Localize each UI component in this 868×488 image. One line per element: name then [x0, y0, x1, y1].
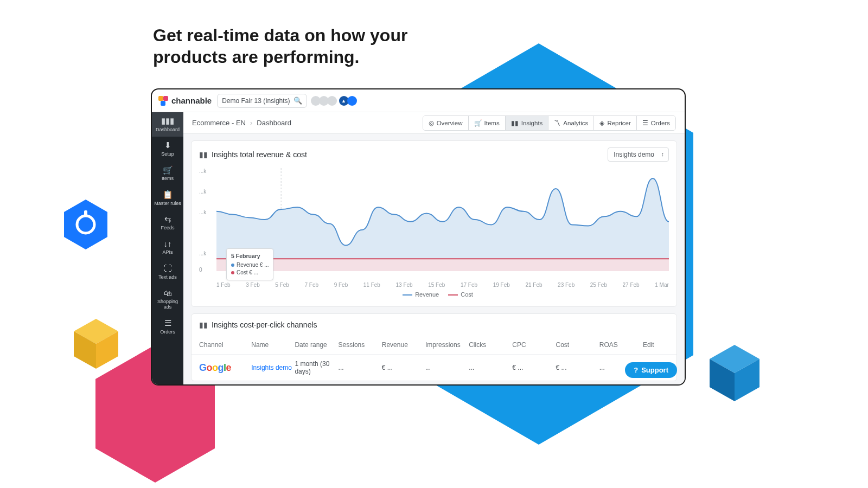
- bag-icon: 🛍: [164, 289, 172, 298]
- tab-repricer[interactable]: ◈Repricer: [594, 116, 636, 130]
- th-roas: ROAS: [599, 341, 643, 349]
- eye-icon: ◎: [429, 119, 434, 127]
- clipboard-icon: 📋: [163, 190, 173, 200]
- tab-label: Items: [484, 120, 500, 126]
- brand-logo[interactable]: channable: [158, 96, 212, 106]
- tab-analytics[interactable]: 〽Analytics: [548, 116, 594, 130]
- cell-revenue: € ...: [382, 364, 425, 371]
- y-tick: ...k: [199, 209, 206, 215]
- download-icon: ⬇: [164, 141, 171, 150]
- app-header: channable Demo Fair 13 (Insights) 🔍 ▲: [152, 89, 685, 112]
- brand-name: channable: [171, 96, 212, 105]
- x-tick: 23 Feb: [558, 282, 575, 288]
- dot-icon: [231, 271, 234, 274]
- chart-tooltip: 5 February Revenue € ... Cost € ...: [226, 248, 273, 280]
- cell-cost: € ...: [556, 364, 599, 371]
- tag-icon: ◈: [599, 119, 604, 127]
- frame-icon: ⛶: [164, 264, 172, 273]
- cell-clicks: ...: [469, 364, 512, 371]
- x-tick: 7 Feb: [304, 282, 318, 288]
- y-tick: ...k: [199, 251, 206, 256]
- tab-label: Orders: [651, 120, 670, 126]
- x-tick: 3 Feb: [246, 282, 260, 288]
- th-channel: Channel: [199, 341, 251, 349]
- tab-row: ◎Overview 🛒Items ▮▮Insights 〽Analytics ◈…: [423, 115, 676, 131]
- table-header-row: Channel Name Date range Sessions Revenue…: [192, 336, 676, 354]
- y-tick: ...k: [199, 189, 206, 195]
- tooltip-line: Cost € ...: [237, 269, 258, 275]
- google-logo-icon: Google: [199, 362, 231, 373]
- legend-label: Revenue: [415, 291, 439, 298]
- selector-value: Insights demo: [614, 151, 654, 158]
- x-tick: 13 Feb: [396, 282, 413, 288]
- sidebar-item-orders[interactable]: ☰Orders: [152, 314, 183, 339]
- dataset-selector[interactable]: Insights demo: [608, 147, 669, 162]
- svg-rect-2: [84, 210, 87, 216]
- y-tick: 0: [199, 267, 202, 273]
- app-window: channable Demo Fair 13 (Insights) 🔍 ▲ ▮▮…: [151, 88, 686, 386]
- th-cost: Cost: [556, 341, 599, 349]
- cell-name[interactable]: Insights demo: [251, 364, 295, 371]
- x-tick: 25 Feb: [590, 282, 607, 288]
- x-tick: 1 Mar: [655, 282, 669, 288]
- sidebar-item-dashboard[interactable]: ▮▮▮Dashboard: [152, 112, 183, 137]
- tab-insights[interactable]: ▮▮Insights: [506, 116, 549, 130]
- tab-overview[interactable]: ◎Overview: [423, 116, 469, 130]
- cell-range: 1 month (30 days): [295, 360, 338, 375]
- avatar[interactable]: [327, 96, 337, 106]
- sidebar-item-label: Shopping ads: [153, 299, 182, 310]
- x-tick: 19 Feb: [493, 282, 510, 288]
- th-daterange: Date range: [295, 341, 338, 349]
- x-tick: 15 Feb: [428, 282, 445, 288]
- sidebar-item-label: Feeds: [161, 226, 174, 231]
- sidebar-item-shopping-ads[interactable]: 🛍Shopping ads: [152, 285, 183, 314]
- th-revenue: Revenue: [382, 341, 425, 349]
- page-heading: Get real-time data on how your products …: [153, 24, 407, 68]
- tab-label: Repricer: [607, 120, 630, 126]
- search-icon: 🔍: [293, 97, 302, 105]
- breadcrumb-item[interactable]: Dashboard: [257, 119, 291, 127]
- sidebar-item-label: Master rules: [154, 201, 181, 207]
- tooltip-title: 5 February: [231, 252, 269, 260]
- sidebar-item-feeds[interactable]: ⇆Feeds: [152, 211, 183, 235]
- avatar-row: ▲: [312, 96, 357, 106]
- sidebar-item-label: Dashboard: [156, 127, 180, 133]
- x-tick: 17 Feb: [461, 282, 477, 288]
- x-tick: 1 Feb: [216, 282, 231, 288]
- th-impressions: Impressions: [425, 341, 469, 349]
- sidebar-item-apis[interactable]: ↓↑APIs: [152, 235, 183, 260]
- tooltip-line: Revenue € ...: [237, 262, 269, 268]
- tab-items[interactable]: 🛒Items: [469, 116, 506, 130]
- swap-icon: ⇆: [164, 215, 171, 224]
- sidebar-item-setup[interactable]: ⬇Setup: [152, 137, 183, 161]
- th-name: Name: [251, 341, 295, 349]
- table-row[interactable]: Google Insights demo 1 month (30 days) .…: [192, 354, 676, 381]
- context-switcher[interactable]: Demo Fair 13 (Insights) 🔍: [217, 94, 307, 108]
- sidebar-item-text-ads[interactable]: ⛶Text ads: [152, 260, 183, 284]
- cell-impressions: ...: [425, 364, 469, 371]
- brand-mark-icon: [158, 96, 168, 106]
- chart-area[interactable]: ...k ...k ...k ...k 0 5 February Revenue…: [199, 168, 669, 282]
- tab-label: Overview: [437, 120, 463, 126]
- cart-icon: 🛒: [474, 119, 482, 127]
- cell-cpc: € ...: [512, 364, 556, 371]
- x-axis-labels: 1 Feb3 Feb5 Feb7 Feb9 Feb11 Feb13 Feb15 …: [199, 282, 669, 288]
- list-icon: ☰: [642, 119, 648, 127]
- th-cpc: CPC: [512, 341, 556, 349]
- tab-orders[interactable]: ☰Orders: [637, 116, 675, 130]
- th-sessions: Sessions: [339, 341, 382, 349]
- th-clicks: Clicks: [469, 341, 512, 349]
- x-tick: 21 Feb: [525, 282, 542, 288]
- support-label: Support: [641, 366, 668, 374]
- sidebar-item-items[interactable]: 🛒Items: [152, 162, 183, 186]
- chart-svg: [216, 168, 669, 271]
- sidebar-item-master-rules[interactable]: 📋Master rules: [152, 186, 183, 210]
- tab-label: Insights: [521, 120, 543, 126]
- panel-revenue-cost: ▮▮ Insights total revenue & cost Insight…: [191, 140, 677, 307]
- svg-marker-0: [64, 200, 107, 249]
- breadcrumb-item[interactable]: Ecommerce - EN: [192, 119, 246, 127]
- th-edit: Edit: [643, 341, 669, 349]
- avatar-badge[interactable]: [347, 96, 357, 106]
- support-button[interactable]: ? Support: [625, 362, 677, 378]
- chart-legend: Revenue Cost: [199, 288, 669, 303]
